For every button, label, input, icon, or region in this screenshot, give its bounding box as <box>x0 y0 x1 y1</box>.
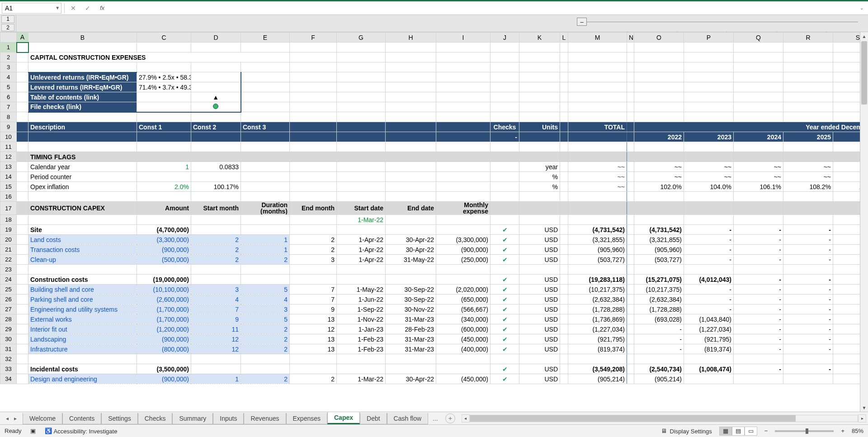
cell[interactable] <box>560 255 568 265</box>
cell[interactable] <box>634 102 684 112</box>
cell[interactable] <box>28 215 137 225</box>
cell[interactable]: End month <box>290 202 337 215</box>
cell[interactable] <box>783 265 833 275</box>
cell[interactable] <box>17 245 28 255</box>
cell[interactable] <box>191 215 241 225</box>
cell[interactable]: (905,214) <box>634 374 684 384</box>
cell[interactable] <box>560 172 568 182</box>
cell[interactable] <box>833 102 860 112</box>
tab-nav-last-icon[interactable]: ▸ <box>12 415 19 422</box>
cell[interactable]: 1-Apr-22 <box>337 245 386 255</box>
cell[interactable]: (921,795) <box>568 334 627 344</box>
unlevered-returns-label[interactable]: Unlevered returns (IRR•EqM•GR) <box>28 72 137 82</box>
row-header[interactable]: 4 <box>0 72 17 82</box>
cell[interactable]: 1-Feb-23 <box>337 334 386 344</box>
cell[interactable]: (800,000) <box>137 344 191 354</box>
cell[interactable] <box>560 324 568 334</box>
cell[interactable]: (2,020,000) <box>436 285 491 294</box>
cell[interactable] <box>568 62 627 72</box>
cell[interactable]: ~~ <box>833 162 860 172</box>
zoom-in-button[interactable]: + <box>841 428 844 434</box>
cell[interactable] <box>634 215 684 225</box>
cell[interactable]: - <box>734 235 783 245</box>
cell[interactable] <box>191 265 241 275</box>
cell[interactable] <box>241 275 290 285</box>
cell[interactable] <box>436 72 491 82</box>
cell[interactable]: (566,667) <box>436 304 491 314</box>
horizontal-scrollbar[interactable]: ◂ ▸ <box>462 414 866 423</box>
cell[interactable] <box>290 172 337 182</box>
cell[interactable] <box>137 354 191 364</box>
cell[interactable]: - <box>684 285 734 294</box>
cell[interactable]: (1,008,474) <box>684 364 734 374</box>
toc-link[interactable]: Table of contents (link) <box>28 92 137 102</box>
cell[interactable] <box>734 215 783 225</box>
cell[interactable]: - <box>734 294 783 304</box>
row-header[interactable]: 34 <box>0 374 17 384</box>
cell[interactable]: - <box>734 255 783 265</box>
column-outline-collapse[interactable]: – <box>577 18 587 26</box>
cell[interactable]: - <box>734 314 783 324</box>
cell[interactable] <box>241 132 290 142</box>
cell[interactable] <box>386 122 436 132</box>
cell[interactable]: (10,100,000) <box>137 285 191 294</box>
cell[interactable] <box>191 132 241 142</box>
cell[interactable] <box>337 62 386 72</box>
cell[interactable]: 1-May-22 <box>337 285 386 294</box>
cell[interactable] <box>833 82 860 92</box>
cell[interactable] <box>568 265 627 275</box>
row-header[interactable]: 28 <box>0 314 17 324</box>
cell[interactable] <box>17 324 28 334</box>
cell[interactable] <box>491 102 519 112</box>
cell[interactable] <box>337 112 386 122</box>
cell[interactable]: 104.0% <box>684 182 734 192</box>
cell[interactable]: (19,000,000) <box>137 275 191 285</box>
cell[interactable]: (4,012,043) <box>684 275 734 285</box>
cell[interactable]: (4,731,542) <box>634 225 684 235</box>
cell[interactable]: (819,374) <box>568 344 627 354</box>
cell[interactable] <box>627 314 634 324</box>
cell[interactable]: (4,731,542) <box>568 225 627 235</box>
cell[interactable] <box>783 374 833 384</box>
cell[interactable] <box>634 202 684 215</box>
cell[interactable] <box>491 43 519 52</box>
cell[interactable]: Const 1 <box>137 122 191 132</box>
zoom-out-button[interactable]: − <box>764 428 768 434</box>
cell[interactable]: 9 <box>290 304 337 314</box>
cell[interactable] <box>337 354 386 364</box>
cell[interactable]: 1-Feb-23 <box>337 344 386 354</box>
zoom-knob[interactable] <box>806 428 808 434</box>
cell[interactable]: - <box>833 364 860 374</box>
cell[interactable]: - <box>734 334 783 344</box>
sheet-tab-capex[interactable]: Capex <box>327 412 360 424</box>
cell[interactable] <box>684 43 734 52</box>
scroll-thumb[interactable] <box>861 41 867 104</box>
cell[interactable] <box>684 374 734 384</box>
cell[interactable]: (1,043,840) <box>684 314 734 324</box>
cell[interactable] <box>386 102 436 112</box>
expand-formula-bar-icon[interactable]: ⌄ <box>857 3 866 13</box>
col-header[interactable]: P <box>684 33 734 43</box>
cell[interactable] <box>491 62 519 72</box>
row-header[interactable]: 17 <box>0 202 17 215</box>
cell[interactable]: - <box>684 304 734 314</box>
cell[interactable]: (10,217,375) <box>568 285 627 294</box>
cell[interactable]: 12 <box>191 334 241 344</box>
cell[interactable] <box>627 132 634 142</box>
cell[interactable] <box>627 72 634 82</box>
cell[interactable]: 1-Mar-22 <box>337 215 386 225</box>
cell[interactable]: 1 <box>137 162 191 172</box>
cell[interactable] <box>560 102 568 112</box>
cell[interactable]: Infrastructure <box>28 344 137 354</box>
cell[interactable] <box>568 152 627 162</box>
spreadsheet-grid[interactable]: A B C D E F G H I J K L M N O <box>0 32 860 384</box>
cell[interactable] <box>627 192 634 202</box>
cell[interactable] <box>17 182 28 192</box>
cell[interactable] <box>17 122 28 132</box>
cell[interactable] <box>337 52 386 62</box>
cell[interactable] <box>734 112 783 122</box>
cell[interactable] <box>241 142 290 152</box>
cell[interactable]: (400,000) <box>436 344 491 354</box>
cell[interactable] <box>337 364 386 374</box>
cell[interactable] <box>436 265 491 275</box>
